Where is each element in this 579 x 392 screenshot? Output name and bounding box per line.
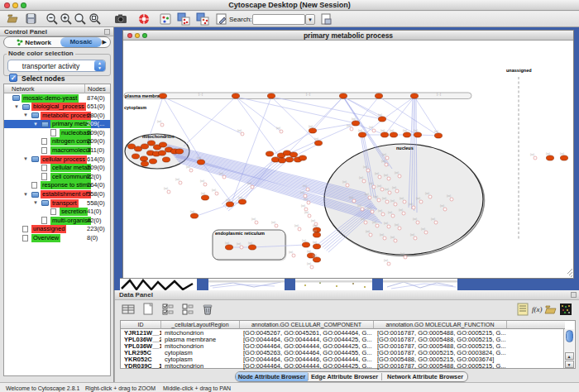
tree-row[interactable]: mosaic-demo-yeast874(0) [4, 93, 110, 103]
zoom-out-icon[interactable] [45, 12, 59, 26]
tree-row[interactable]: nitrogen compo209(0) [4, 137, 110, 146]
expand-triangle-icon[interactable]: ▼ [33, 200, 38, 205]
table-cell[interactable]: mitochondrion [161, 343, 240, 350]
table-cell[interactable]: [GO:0044464, GO:0044444, GO:0044425, G..… [240, 363, 374, 370]
table-cell[interactable]: [GO:0016787, GO:0005488, GO:0005215, G..… [374, 343, 507, 350]
scrollbar-thumb[interactable] [566, 330, 573, 342]
expand-triangle-icon[interactable]: ▼ [23, 192, 28, 197]
table-cell[interactable]: [GO:0016787, GO:0005215, GO:0003824, G..… [374, 350, 507, 356]
unselect-attributes-icon[interactable] [181, 303, 195, 317]
attribute-table[interactable]: ID_cellularLayoutRegionannotation.GO CEL… [120, 320, 576, 369]
zoom-selected-icon[interactable] [89, 12, 102, 26]
tree-row[interactable]: response to stimulu264(0) [4, 181, 110, 190]
formula-list-icon[interactable] [516, 303, 530, 317]
tree-row[interactable]: ▼establishment of lo558(0) [4, 190, 110, 199]
tree-item-label[interactable]: multi-organism pro [50, 217, 91, 225]
expand-triangle-icon[interactable]: ▼ [23, 156, 28, 161]
control-panel-header[interactable]: Control Panel [0, 27, 113, 36]
function-icon[interactable]: f(x) [531, 303, 545, 317]
background-window-fragment[interactable] [208, 278, 285, 290]
table-cell[interactable]: cytoplasm [161, 356, 240, 363]
tree-row[interactable]: ▼primary metabo209(... [4, 120, 110, 129]
float-icon[interactable] [571, 292, 577, 298]
data-panel-header[interactable]: Data Panel [115, 290, 579, 300]
view-overlay-2-icon[interactable] [196, 12, 209, 26]
table-cell[interactable]: [GO:0016787, GO:0005488, GO:0005215, G..… [374, 330, 507, 337]
tree-row[interactable]: ▼metabolic process280(0) [4, 111, 110, 120]
column-header[interactable]: annotation.GO CELLULAR_COMPONENT [240, 321, 374, 329]
table-cell[interactable]: [GO:0016787, GO:0005488, GO:0005215, G..… [374, 363, 507, 370]
tree-item-label[interactable]: mosaic-demo-yeast [22, 94, 79, 103]
search-input[interactable] [252, 14, 305, 25]
table-cell[interactable]: [GO:0005488, GO:0005215, GO:0003674] [374, 356, 507, 363]
tree-row[interactable]: macromolecule311(0) [4, 146, 110, 155]
tree-item-label[interactable]: transport [50, 199, 79, 208]
table-cell[interactable]: mitochondrion [161, 363, 240, 370]
import-attributes-icon[interactable] [544, 303, 558, 317]
search-index-icon[interactable] [319, 12, 333, 26]
tree-item-label[interactable]: biological_process [31, 103, 86, 111]
network-view-window[interactable]: primary metabolic process plasma membran… [122, 30, 574, 279]
open-folder-icon[interactable] [7, 12, 20, 26]
new-attribute-icon[interactable] [141, 303, 156, 317]
tree-row[interactable]: ▼cellular process614(0) [4, 155, 110, 164]
tree-item-label[interactable]: macromolecule [50, 146, 91, 155]
tree-row[interactable]: ▼transport558(0) [4, 198, 110, 208]
save-icon[interactable] [25, 12, 38, 26]
table-cell[interactable]: YPL036W__2 [121, 337, 161, 343]
column-header[interactable]: annotation.GO MOLECULAR_FUNCTION [374, 321, 507, 329]
table-cell[interactable]: [GO:0044464, GO:0044444, GO:0044425, G..… [240, 337, 374, 343]
tab-mosaic[interactable]: Mosaic [60, 37, 102, 47]
table-cell[interactable]: YKR052C [121, 356, 161, 363]
table-cell[interactable]: YDR039C__1 [121, 363, 161, 370]
tree-item-label[interactable]: primary metabo [50, 120, 91, 128]
tree-row[interactable]: cell communicat22(0) [4, 172, 110, 181]
tree-item-label[interactable]: establishment of lo [41, 190, 91, 198]
view-overlay-1-icon[interactable] [177, 12, 190, 26]
tree-item-label[interactable]: metabolic process [41, 112, 91, 120]
matrix-icon[interactable] [559, 303, 573, 317]
table-cell[interactable]: [GO:0045263, GO:0044464, GO:0044455, G..… [240, 350, 374, 356]
tree-item-label[interactable]: nitrogen compo [50, 137, 91, 146]
background-window-fragment[interactable] [295, 278, 372, 290]
network-canvas[interactable]: plasma membranecytoplasmmitochondrionnuc… [123, 41, 573, 279]
table-cell[interactable]: [GO:0044464, GO:0044446, GO:0044444, G..… [240, 356, 374, 363]
tree-row[interactable]: secretion41(0) [4, 208, 110, 217]
background-window-fragment[interactable] [120, 278, 197, 290]
background-window-fragment[interactable] [383, 278, 457, 290]
scroll-up-button[interactable]: ▲ [565, 352, 574, 360]
expand-triangle-icon[interactable]: ▼ [14, 104, 19, 109]
vizmapper-icon[interactable] [159, 12, 172, 26]
tree-header[interactable]: Network Nodes [4, 84, 110, 93]
tree-item-label[interactable]: cellular process [41, 155, 87, 164]
node-color-combo[interactable]: transporter activity ▲▼ [7, 60, 106, 72]
select-nodes-checkbox[interactable]: ✓ [9, 74, 17, 82]
tab-overflow-arrow[interactable]: ▶ [103, 39, 107, 45]
tree-row[interactable]: ▼biological_process651(0) [4, 103, 110, 112]
snapshot-icon[interactable] [114, 12, 127, 26]
table-cell[interactable]: YLR295C [121, 350, 161, 356]
table-cell[interactable]: mitochondrion [161, 330, 240, 337]
attribute-table-icon[interactable] [122, 303, 136, 317]
tree-row[interactable]: multi-organism pro42(0) [4, 216, 110, 225]
tree-row[interactable]: cellular metabol209(0) [4, 164, 110, 173]
zoom-in-icon[interactable] [60, 12, 73, 26]
select-attributes-icon[interactable] [161, 303, 175, 317]
expand-triangle-icon[interactable]: ▼ [33, 122, 38, 127]
tab-edge-attribute-browser[interactable]: Edge Attribute Browser [308, 372, 381, 381]
table-cell[interactable]: cytoplasm [161, 350, 240, 356]
network-window-titlebar[interactable]: primary metabolic process [123, 31, 573, 41]
search-dropdown-arrow[interactable]: ▼ [305, 14, 315, 25]
table-cell[interactable]: [GO:0016787, GO:0005488, GO:0005215, G..… [374, 337, 507, 343]
tree-row[interactable]: Overview8(0) [4, 234, 110, 243]
delete-attribute-icon[interactable] [201, 303, 215, 317]
help-ring-icon[interactable] [137, 12, 151, 26]
tab-node-attribute-browser[interactable]: Node Attribute Browser [236, 372, 308, 381]
expand-triangle-icon[interactable]: ▼ [23, 112, 28, 117]
table-cell[interactable]: [GO:0044464, GO:0044444, GO:0044425, G..… [240, 343, 374, 350]
title-bar[interactable]: Cytoscape Desktop (New Session) [0, 0, 579, 11]
tree-item-label[interactable]: cell communicat [50, 173, 91, 181]
tree-item-label[interactable]: response to stimulu [41, 181, 91, 189]
tab-network-attribute-browser[interactable]: Network Attribute Browser [381, 372, 469, 381]
scroll-down-button[interactable]: ▼ [565, 361, 574, 368]
